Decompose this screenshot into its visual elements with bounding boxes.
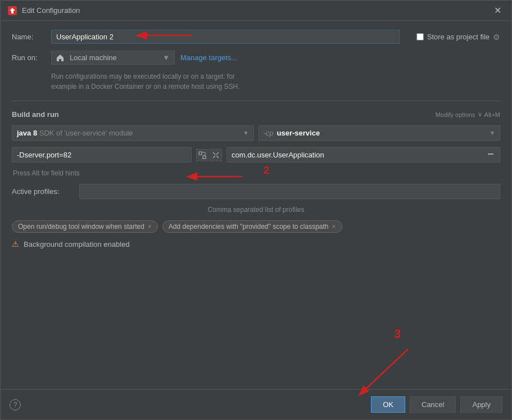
cancel-button[interactable]: Cancel [410,396,456,413]
tag-0-label: Open run/debug tool window when started [18,223,144,231]
dialog-footer: ? OK Cancel Apply [1,389,511,419]
store-project-row: Store as project file ⚙ [416,33,500,42]
footer-buttons: OK Cancel Apply [371,396,502,413]
edit-configuration-dialog: Edit Configuration ✕ Name: Store as proj… [0,0,512,420]
cp-arrow-icon: ▼ [490,130,495,136]
description-text: Run configurations may be executed local… [12,71,500,92]
sdk-cp-row: java 8 SDK of 'user-service' module ▼ -c… [12,125,500,141]
title-bar-left: Edit Configuration [7,6,80,16]
close-button[interactable]: ✕ [491,5,505,16]
name-label: Name: [12,33,46,41]
modify-options-button[interactable]: Modify options ∨ Alt+M [436,111,500,118]
tag-1: Add dependencies with "provided" scope t… [162,220,342,233]
app-icon [7,6,17,16]
active-profiles-row: Active profiles: [12,184,500,199]
modify-options-label: Modify options [436,111,475,118]
gear-icon[interactable]: ⚙ [493,33,500,42]
field-hint: Press Alt for field hints [12,169,500,177]
tag-0: Open run/debug tool window when started … [12,220,158,233]
warning-row: ⚠ Background compilation enabled [12,240,500,249]
store-project-checkbox[interactable] [416,33,424,40]
run-on-row: Run on: Local machine ▼ Manage targets..… [12,51,500,65]
main-class-clear-button[interactable] [486,151,495,159]
cp-flag: -cp [264,129,274,137]
modify-shortcut: Alt+M [484,111,500,118]
expand-icon-1[interactable] [196,149,209,161]
run-on-value: Local machine [70,53,117,62]
dialog-title: Edit Configuration [22,6,80,15]
name-row: Name: Store as project file ⚙ [12,30,500,44]
main-class-value: com.dc.user.UserApplication [232,151,324,159]
svg-rect-3 [488,153,493,155]
build-run-title: Build and run [12,110,59,119]
ok-button[interactable]: OK [371,396,405,413]
clear-icon [487,151,494,157]
sdk-arrow-icon: ▼ [243,130,249,136]
main-class-field[interactable]: com.dc.user.UserApplication [226,147,500,162]
expand-icons-group [196,149,222,161]
cp-value: user-service [277,129,320,137]
dropdown-arrow-icon: ▼ [162,53,170,62]
run-on-label: Run on: [12,53,46,62]
dialog-content: Name: Store as project file ⚙ Run on: Lo… [1,21,511,389]
expand-svg-1 [198,151,206,159]
tags-row: Open run/debug tool window when started … [12,220,500,233]
sdk-text: java 8 SDK of 'user-service' module [17,129,133,137]
chevron-down-icon: ∨ [478,111,482,118]
store-project-label: Store as project file [427,33,490,41]
home-icon [56,54,64,62]
title-bar: Edit Configuration ✕ [1,1,511,21]
svg-rect-2 [203,156,206,159]
expand-icon-2[interactable] [210,149,222,161]
warning-text: Background compilation enabled [24,240,130,249]
tag-0-close[interactable]: × [148,223,152,231]
apply-button[interactable]: Apply [460,396,502,413]
name-input[interactable] [51,30,400,44]
section-divider [12,101,500,101]
vm-options-input[interactable] [12,147,192,162]
vm-options-row: com.dc.user.UserApplication [12,147,500,162]
help-button[interactable]: ? [10,399,21,410]
cp-dropdown[interactable]: -cp user-service ▼ [259,125,501,141]
manage-targets-link[interactable]: Manage targets... [180,53,237,62]
build-run-header: Build and run Modify options ∨ Alt+M [12,110,500,119]
active-profiles-input[interactable] [79,184,500,199]
run-on-dropdown[interactable]: Local machine ▼ [51,51,175,65]
footer-left: ? [10,399,21,410]
sdk-dropdown[interactable]: java 8 SDK of 'user-service' module ▼ [12,125,254,141]
warning-icon: ⚠ [12,240,19,249]
tag-1-close[interactable]: × [332,223,336,231]
expand-svg-2 [212,151,220,159]
tag-1-label: Add dependencies with "provided" scope t… [169,223,329,231]
active-profiles-label: Active profiles: [12,187,74,196]
profiles-hint: Comma separated list of profiles [12,206,500,214]
svg-rect-1 [199,152,202,155]
